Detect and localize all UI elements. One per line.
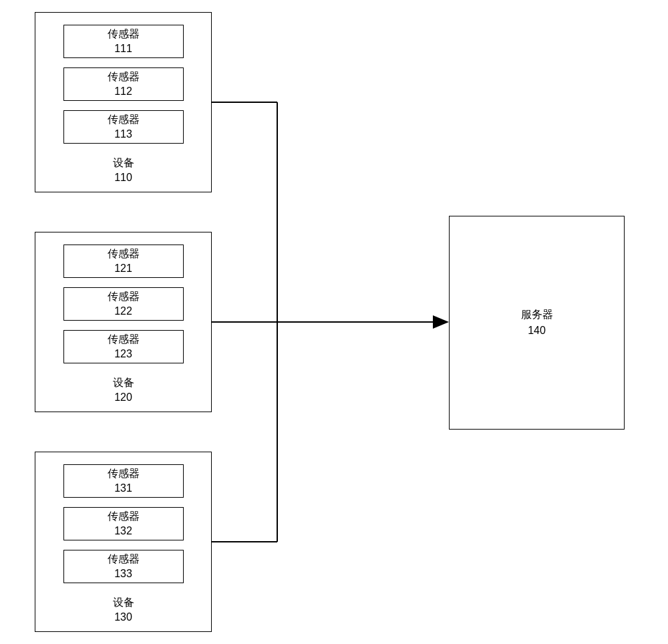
- connector-lines: [0, 0, 668, 644]
